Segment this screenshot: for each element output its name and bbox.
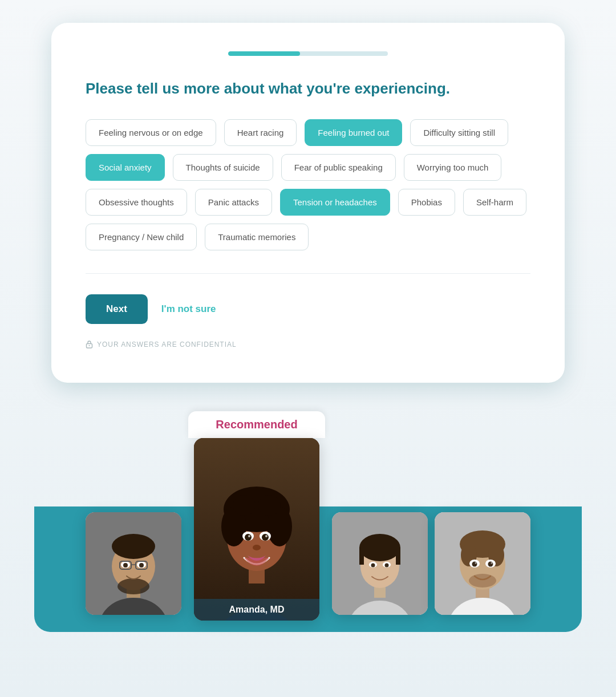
doctor-photo-2 — [332, 512, 428, 615]
svg-point-30 — [265, 535, 268, 537]
svg-point-56 — [491, 562, 493, 564]
chip-obsessive[interactable]: Obsessive thoughts — [86, 189, 187, 216]
svg-point-31 — [253, 545, 261, 550]
doctor-card-3[interactable] — [435, 512, 530, 615]
tablet-card: Please tell us more about what you're ex… — [51, 23, 565, 383]
svg-point-1 — [89, 345, 90, 346]
chip-self_harm[interactable]: Self-harm — [463, 189, 526, 216]
chip-pregnancy[interactable]: Pregnancy / New child — [86, 224, 197, 250]
chip-fear_public_speaking[interactable]: Fear of public speaking — [281, 154, 396, 181]
chip-traumatic_memories[interactable]: Traumatic memories — [205, 224, 309, 250]
doctor-card-center[interactable]: Amanda, MD — [194, 438, 319, 621]
chip-panic_attacks[interactable]: Panic attacks — [195, 189, 272, 216]
divider — [86, 273, 530, 274]
doctor-photo-center — [194, 438, 319, 621]
doctor-card-2[interactable] — [332, 512, 428, 615]
doctor-photo-1 — [86, 512, 181, 615]
face-svg-3 — [435, 512, 530, 615]
chip-thoughts_suicide[interactable]: Thoughts of suicide — [173, 154, 273, 181]
progress-bar-container — [86, 51, 530, 56]
svg-rect-38 — [396, 548, 400, 565]
doctor-name-overlay: Amanda, MD — [194, 599, 319, 621]
svg-point-11 — [139, 563, 144, 568]
svg-point-23 — [233, 495, 256, 516]
doctor-card-1[interactable] — [86, 512, 181, 615]
chip-heart_racing[interactable]: Heart racing — [224, 119, 297, 146]
center-card-wrapper: Recommended — [188, 411, 325, 621]
svg-point-50 — [469, 574, 496, 587]
svg-point-55 — [475, 562, 477, 564]
doctor-photo-3 — [435, 512, 530, 615]
svg-point-41 — [371, 564, 375, 568]
svg-point-10 — [123, 563, 128, 568]
face-svg-1 — [86, 512, 181, 615]
chip-worrying[interactable]: Worrying too much — [404, 154, 502, 181]
page-wrapper: Please tell us more about what you're ex… — [0, 0, 616, 697]
chip-nervous[interactable]: Feeling nervous or on edge — [86, 119, 216, 146]
doctor-section: Recommended — [34, 377, 582, 632]
progress-bar-fill — [228, 51, 300, 56]
chip-phobias[interactable]: Phobias — [398, 189, 455, 216]
face-svg-2 — [332, 512, 428, 615]
svg-point-27 — [245, 534, 252, 541]
chip-tension_headaches[interactable]: Tension or headaches — [280, 189, 390, 216]
action-row: Next I'm not sure — [86, 294, 530, 324]
svg-point-6 — [112, 534, 155, 559]
chips-grid: Feeling nervous or on edgeHeart racingFe… — [86, 119, 530, 250]
chip-burned_out[interactable]: Feeling burned out — [305, 119, 402, 146]
svg-rect-37 — [359, 548, 364, 565]
svg-point-29 — [248, 535, 250, 537]
svg-point-42 — [385, 564, 389, 568]
confidential-text: YOUR ANSWERS ARE CONFIDENTIAL — [97, 341, 237, 348]
svg-point-53 — [472, 562, 477, 567]
not-sure-button[interactable]: I'm not sure — [161, 303, 216, 315]
next-button[interactable]: Next — [86, 294, 148, 324]
svg-point-54 — [488, 562, 493, 567]
svg-point-7 — [117, 578, 149, 594]
cards-row: Recommended — [63, 377, 553, 621]
lock-icon — [86, 340, 93, 348]
progress-bar-track — [228, 51, 388, 56]
face-svg-center — [194, 438, 319, 621]
svg-point-36 — [359, 534, 400, 561]
confidential-note: YOUR ANSWERS ARE CONFIDENTIAL — [86, 340, 530, 348]
question-heading: Please tell us more about what you're ex… — [86, 79, 530, 99]
svg-point-24 — [258, 495, 281, 516]
recommended-label: Recommended — [188, 411, 325, 438]
chip-social_anxiety[interactable]: Social anxiety — [86, 154, 165, 181]
chip-difficulty_sitting[interactable]: Difficulty sitting still — [410, 119, 508, 146]
svg-point-28 — [262, 534, 269, 541]
